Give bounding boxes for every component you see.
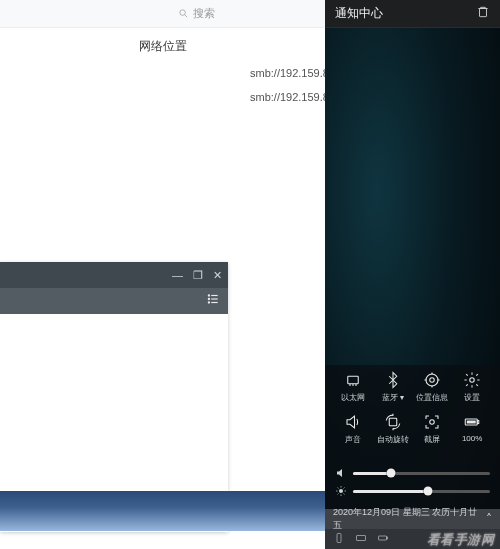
quick-label: 位置信息	[416, 392, 448, 403]
quick-label: 自动旋转	[377, 434, 409, 445]
keyboard-icon[interactable]	[355, 532, 367, 546]
quick-row: 以太网 蓝牙 ▾ 位置信息 设置	[333, 371, 492, 403]
svg-rect-9	[348, 376, 359, 384]
quick-bluetooth[interactable]: 蓝牙 ▾	[373, 371, 413, 403]
secondary-window-toolbar	[0, 288, 228, 314]
quick-label: 声音	[345, 434, 361, 445]
volume-icon	[335, 467, 347, 479]
quick-label: 100%	[462, 434, 482, 443]
notification-center-panel: 通知中心 以太网 蓝牙 ▾ 位置信息	[325, 0, 500, 549]
svg-line-32	[338, 494, 339, 495]
quick-rotate[interactable]: 自动旋转	[373, 413, 413, 445]
panel-title: 通知中心	[335, 5, 383, 22]
watermark: 看看手游网	[427, 531, 495, 549]
screenshot-icon	[423, 413, 441, 431]
search-icon	[178, 8, 189, 19]
list-icon[interactable]	[206, 292, 220, 310]
brightness-slider[interactable]	[335, 485, 490, 497]
quick-location[interactable]: 位置信息	[413, 371, 453, 403]
quick-settings: 以太网 蓝牙 ▾ 位置信息 设置 声音	[325, 365, 500, 459]
search-placeholder: 搜索	[193, 6, 215, 21]
quick-ethernet[interactable]: 以太网	[333, 371, 373, 403]
quick-battery[interactable]: 100%	[452, 413, 492, 445]
battery-icon	[463, 413, 481, 431]
svg-line-31	[344, 494, 345, 495]
quick-sound[interactable]: 声音	[333, 413, 373, 445]
battery-status-icon	[377, 532, 389, 546]
chevron-up-icon: ˄	[486, 512, 492, 526]
network-section-title: 网络位置	[0, 28, 325, 61]
quick-label: 设置	[464, 392, 480, 403]
svg-point-5	[208, 295, 209, 296]
quick-label: 以太网	[341, 392, 365, 403]
svg-rect-34	[337, 534, 341, 543]
svg-line-1	[185, 15, 187, 17]
svg-rect-35	[357, 536, 366, 541]
panel-body	[325, 28, 500, 365]
trash-icon	[476, 5, 490, 19]
slider-track[interactable]	[353, 472, 490, 475]
phone-icon[interactable]	[333, 532, 345, 546]
quick-screenshot[interactable]: 截屏	[413, 413, 453, 445]
svg-rect-8	[480, 8, 487, 16]
ethernet-icon	[344, 371, 362, 389]
quick-label: 蓝牙 ▾	[382, 392, 404, 403]
panel-header: 通知中心	[325, 0, 500, 28]
secondary-window-titlebar: — ❐ ✕	[0, 262, 228, 288]
volume-slider[interactable]	[335, 467, 490, 479]
svg-point-6	[208, 298, 209, 299]
date-bar[interactable]: 2020年12月09日 星期三 农历十月廿五 ˄	[325, 509, 500, 529]
close-button[interactable]: ✕	[213, 269, 222, 282]
svg-point-18	[426, 374, 438, 386]
slider-track[interactable]	[353, 490, 490, 493]
sound-icon	[344, 413, 362, 431]
quick-label: 截屏	[424, 434, 440, 445]
svg-point-25	[339, 489, 343, 493]
clear-all-button[interactable]	[476, 5, 490, 23]
svg-point-13	[430, 378, 435, 383]
svg-point-19	[470, 378, 475, 383]
desktop-wallpaper-strip	[0, 491, 325, 531]
maximize-button[interactable]: ❐	[193, 269, 203, 282]
svg-rect-37	[387, 537, 388, 539]
svg-line-33	[344, 488, 345, 489]
svg-rect-20	[389, 418, 397, 426]
svg-point-21	[430, 420, 435, 425]
sliders	[325, 459, 500, 509]
location-icon	[423, 371, 441, 389]
quick-row: 声音 自动旋转 截屏 100%	[333, 413, 492, 445]
svg-line-30	[338, 488, 339, 489]
svg-rect-24	[467, 421, 476, 424]
svg-rect-36	[379, 536, 387, 540]
gear-icon	[463, 371, 481, 389]
bluetooth-icon	[384, 371, 402, 389]
svg-point-7	[208, 302, 209, 303]
svg-point-0	[180, 10, 186, 16]
svg-rect-23	[477, 421, 479, 424]
brightness-icon	[335, 485, 347, 497]
quick-settings-btn[interactable]: 设置	[452, 371, 492, 403]
rotate-icon	[384, 413, 402, 431]
minimize-button[interactable]: —	[172, 269, 183, 281]
